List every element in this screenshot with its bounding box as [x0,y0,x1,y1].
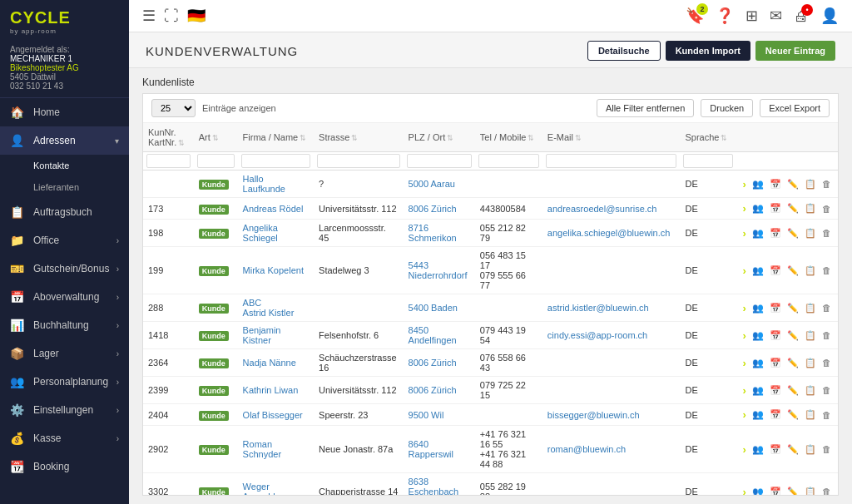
plz-link[interactable]: 8450 Andelfingen [409,325,457,345]
email-link[interactable]: andreasroedel@sunrise.ch [547,204,657,214]
calendar-icon[interactable]: 📅 [768,357,783,369]
sidebar-item-adressen[interactable]: 👤 Adressen ▾ [0,126,129,155]
calendar-icon[interactable]: 📅 [768,264,783,277]
filter-email[interactable] [546,154,677,168]
detail-arrow-icon[interactable]: › [741,356,748,370]
print-icon[interactable]: 🖨 • [794,7,809,25]
detail-arrow-icon[interactable]: › [741,177,748,191]
user-settings-icon[interactable]: 👤 [820,7,839,25]
filter-sprache[interactable] [683,154,732,168]
kunden-import-button[interactable]: Kunden Import [666,41,750,61]
delete-icon[interactable]: 🗑 [820,178,833,190]
filter-art[interactable] [197,154,235,168]
contacts-icon[interactable]: 👥 [750,486,765,496]
detail-arrow-icon[interactable]: › [741,226,748,240]
edit-icon[interactable]: ✏️ [785,408,800,421]
calendar-icon[interactable]: 📅 [768,227,783,240]
delete-icon[interactable]: 🗑 [820,203,833,215]
sidebar-item-home[interactable]: 🏠 Home [0,98,129,126]
contacts-icon[interactable]: 👥 [750,357,765,369]
edit-icon[interactable]: ✏️ [785,227,800,240]
copy-icon[interactable]: 📋 [803,486,818,496]
sidebar-item-office[interactable]: 📁 Office › [0,226,129,254]
contacts-icon[interactable]: 👥 [750,384,765,397]
plz-link[interactable]: 8640 Rapperswil [409,439,453,459]
edit-icon[interactable]: ✏️ [785,264,800,277]
plz-link[interactable]: 8638 Eschenbach (SG) [409,477,459,495]
plz-link[interactable]: 8716 Schmerikon [409,223,457,243]
plz-link[interactable]: 8006 Zürich [409,358,457,368]
sidebar-item-aboverwaltung[interactable]: 📅 Aboverwaltung › [0,283,129,311]
delete-icon[interactable]: 🗑 [820,409,833,421]
email-link[interactable]: bissegger@bluewin.ch [547,410,640,420]
detail-arrow-icon[interactable]: › [741,264,748,278]
calendar-icon[interactable]: 📅 [768,384,783,397]
excel-export-button[interactable]: Excel Export [760,99,830,117]
edit-icon[interactable]: ✏️ [785,357,800,369]
copy-icon[interactable]: 📋 [803,443,818,456]
edit-icon[interactable]: ✏️ [785,178,800,190]
email-link[interactable]: cindy.essi@app-room.ch [547,330,647,340]
customer-name-link[interactable]: Benjamin Kistner [243,325,281,345]
detail-arrow-icon[interactable]: › [741,329,748,343]
detail-arrow-icon[interactable]: › [741,485,748,496]
edit-icon[interactable]: ✏️ [785,329,800,342]
print-button[interactable]: Drucken [701,99,753,117]
copy-icon[interactable]: 📋 [803,302,818,314]
delete-icon[interactable]: 🗑 [820,486,833,495]
edit-icon[interactable]: ✏️ [785,443,800,456]
remove-filters-button[interactable]: Alle Filter entfernen [597,99,694,117]
detail-arrow-icon[interactable]: › [741,301,748,315]
plz-link[interactable]: 5000 Aarau [409,179,455,189]
edit-icon[interactable]: ✏️ [785,486,800,496]
calendar-icon[interactable]: 📅 [768,329,783,342]
customer-name-link[interactable]: Weger Anuschka [243,482,283,495]
delete-icon[interactable]: 🗑 [820,357,833,368]
calendar-icon[interactable]: 📅 [768,443,783,456]
customer-name-link[interactable]: Olaf Bissegger [243,410,303,420]
contacts-icon[interactable]: 👥 [750,408,765,421]
copy-icon[interactable]: 📋 [803,408,818,421]
customer-name-link[interactable]: Hallo Laufkunde [243,174,285,194]
delete-icon[interactable]: 🗑 [820,329,833,341]
contacts-icon[interactable]: 👥 [750,264,765,277]
sidebar-item-auftragsbuch[interactable]: 📋 Auftragsbuch [0,198,129,226]
detail-arrow-icon[interactable]: › [741,442,748,457]
delete-icon[interactable]: 🗑 [820,227,833,239]
contacts-icon[interactable]: 👥 [750,178,765,190]
detail-arrow-icon[interactable]: › [741,408,748,422]
sidebar-item-lager[interactable]: 📦 Lager › [0,339,129,368]
mail-icon[interactable]: ✉ [770,7,782,25]
grid-icon[interactable]: ⊞ [746,7,758,25]
plz-link[interactable]: 5443 Niederrohrdorf [409,260,468,280]
copy-icon[interactable]: 📋 [803,264,818,277]
hamburger-icon[interactable]: ☰ [142,7,156,25]
detail-arrow-icon[interactable]: › [741,201,748,215]
calendar-icon[interactable]: 📅 [768,178,783,190]
sidebar-item-booking[interactable]: 📆 Booking [0,452,129,481]
copy-icon[interactable]: 📋 [803,384,818,397]
email-link[interactable]: roman@bluewin.ch [547,444,626,454]
delete-icon[interactable]: 🗑 [820,443,833,455]
contacts-icon[interactable]: 👥 [750,227,765,240]
copy-icon[interactable]: 📋 [803,329,818,342]
copy-icon[interactable]: 📋 [803,357,818,369]
customer-name-link[interactable]: Angelika Schiegel [243,223,278,243]
filter-firma[interactable] [241,154,310,168]
customer-name-link[interactable]: Kathrin Liwan [243,385,299,395]
help-icon[interactable]: ❓ [716,7,734,25]
contacts-icon[interactable]: 👥 [750,302,765,314]
customer-name-link[interactable]: Andreas Rödel [243,204,304,214]
customer-name-link[interactable]: ABCAstrid Kistler [243,298,295,318]
plz-link[interactable]: 8006 Zürich [409,385,457,395]
sidebar-item-einstellungen[interactable]: ⚙️ Einstellungen › [0,396,129,424]
copy-icon[interactable]: 📋 [803,227,818,240]
sidebar-item-kasse[interactable]: 💰 Kasse › [0,424,129,452]
sidebar-item-kontakte[interactable]: Kontakte [0,155,129,176]
plz-link[interactable]: 5400 Baden [409,303,458,313]
customer-name-link[interactable]: Mirka Kopelent [243,265,304,275]
email-link[interactable]: astrid.kistler@bluewin.ch [547,303,649,313]
table-scroll[interactable]: KunNr.KartNr.⇅ Art⇅ Firma / Name⇅ Strass… [143,123,838,495]
detail-arrow-icon[interactable]: › [741,383,748,398]
contacts-icon[interactable]: 👥 [750,443,765,456]
